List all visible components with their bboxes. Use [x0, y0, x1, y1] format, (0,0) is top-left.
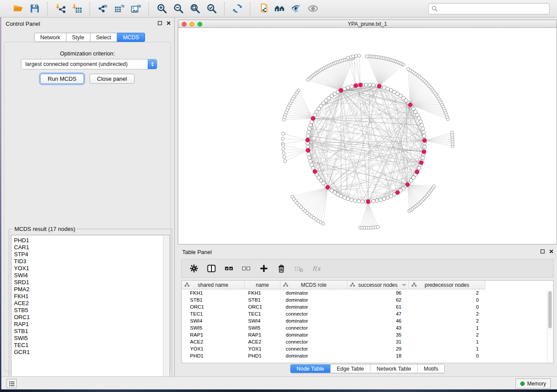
table-cell: 0	[409, 304, 485, 309]
show-all-button[interactable]	[306, 2, 319, 15]
result-node[interactable]: TID3	[14, 258, 161, 265]
tab-style[interactable]: Style	[66, 33, 90, 42]
add-column-button[interactable]	[259, 264, 268, 273]
select-all-button[interactable]	[225, 264, 233, 273]
zoom-out-icon	[173, 3, 184, 14]
tab-mcds[interactable]: MCDS	[117, 33, 145, 42]
import-network-icon	[55, 3, 66, 14]
table-row[interactable]: RAP1RAP1dominator352	[182, 331, 547, 338]
float-panel-icon[interactable]	[158, 21, 162, 25]
table-cell: SWI5	[182, 325, 245, 330]
import-table-button[interactable]	[70, 2, 83, 15]
table-row[interactable]: SWI4SWI4dominator462	[182, 317, 547, 324]
zoom-fit-button[interactable]	[188, 2, 201, 15]
hide-selected-button[interactable]	[290, 2, 303, 15]
clone-network-button[interactable]	[256, 2, 270, 15]
mcds-result-list[interactable]: PHD1CAR1STP4TID3YOX1SWI4SRD1PMA2FKH1ACE2…	[11, 235, 170, 389]
column-header-name[interactable]: name	[245, 281, 280, 289]
table-row[interactable]: ACE2ACE2connector311	[182, 338, 547, 345]
result-node[interactable]: RAP1	[14, 321, 161, 328]
result-node[interactable]: PMA2	[14, 286, 161, 293]
task-history-button[interactable]	[7, 379, 17, 388]
import-network-button[interactable]	[54, 2, 67, 15]
delete-table-button[interactable]	[294, 264, 303, 273]
result-node[interactable]: GCR1	[14, 349, 161, 356]
result-node[interactable]: STP4	[14, 251, 161, 258]
result-node[interactable]: FKH1	[14, 293, 161, 300]
zoom-selected-button[interactable]	[205, 2, 218, 15]
table-cell: dominator	[280, 290, 347, 296]
tab-select[interactable]: Select	[90, 33, 118, 42]
table-row[interactable]: FKH1FKH1dominator962	[182, 289, 547, 296]
deselect-all-button[interactable]	[242, 264, 251, 273]
column-header-shared-name[interactable]: shared name	[182, 281, 245, 289]
zoom-out-button[interactable]	[172, 2, 185, 15]
apply-layout-icon	[232, 3, 243, 14]
open-file-button[interactable]	[11, 2, 24, 15]
optimization-criterion-dropdown[interactable]: largest connected component (undirected)	[21, 59, 157, 69]
search-box[interactable]	[428, 3, 550, 14]
column-visibility-button[interactable]	[207, 264, 216, 273]
table-cell: connector	[280, 311, 347, 316]
column-header-predecessor-nodes[interactable]: predecessor nodes	[409, 281, 485, 289]
table-cell: ACE2	[245, 339, 280, 344]
tab-node-table[interactable]: Node Table	[291, 364, 330, 373]
table-scrollbar-thumb[interactable]	[548, 291, 552, 328]
table-row[interactable]: TEC1TEC1connector472	[182, 310, 547, 317]
table-cell: ORC1	[245, 304, 280, 309]
export-table-button[interactable]	[113, 2, 126, 15]
sort-descending-icon	[402, 284, 406, 286]
table-cell: STB1	[245, 297, 280, 303]
function-builder-button[interactable]: f(x)	[312, 264, 321, 273]
table-scrollbar[interactable]	[547, 290, 553, 362]
tab-network-table[interactable]: Network Table	[370, 364, 417, 373]
result-list-scrollbar[interactable]	[163, 236, 169, 388]
result-node[interactable]: SWI5	[14, 335, 161, 342]
network-canvas[interactable]	[178, 28, 557, 244]
result-node[interactable]: TEC1	[14, 342, 161, 349]
export-image-button[interactable]	[129, 2, 142, 15]
table-row[interactable]: STB1STB1dominator620	[182, 296, 547, 303]
close-panel-button[interactable]: Close panel	[90, 74, 135, 84]
result-node[interactable]: CAR1	[14, 244, 161, 251]
table-row[interactable]: PHD1PHD1dominator180	[182, 352, 547, 359]
network-window-title: YPA_prune.txt_1	[178, 21, 557, 27]
first-neighbors-button[interactable]	[273, 2, 286, 15]
result-node[interactable]: PHD1	[14, 237, 161, 244]
table-cell: 2	[409, 332, 485, 337]
network-window-titlebar[interactable]: YPA_prune.txt_1	[178, 20, 557, 28]
memory-button[interactable]: Memory	[515, 378, 551, 389]
tab-motifs[interactable]: Motifs	[417, 364, 444, 373]
result-node[interactable]: SWI4	[14, 272, 161, 279]
table-cell: dominator	[280, 297, 347, 303]
result-node[interactable]: ORC1	[14, 314, 161, 321]
zoom-fit-icon	[190, 3, 201, 14]
export-network-button[interactable]	[96, 2, 109, 15]
save-session-button[interactable]	[28, 2, 41, 15]
zoom-in-button[interactable]	[155, 2, 168, 15]
status-bar: Memory	[0, 376, 557, 389]
table-row[interactable]: ORC1ORC1dominator610	[182, 303, 547, 310]
node-table[interactable]: shared namenameMCDS rolesuccessor nodesp…	[181, 280, 554, 363]
column-header-successor-nodes[interactable]: successor nodes	[347, 281, 409, 289]
delete-button[interactable]	[277, 264, 286, 273]
result-node[interactable]: STB1	[14, 328, 161, 335]
run-mcds-button[interactable]: Run MCDS	[40, 74, 84, 84]
table-row[interactable]: YOX1YOX1connector291	[182, 345, 547, 352]
search-input[interactable]	[440, 5, 546, 12]
column-label: shared name	[197, 282, 228, 288]
apply-layout-button[interactable]	[231, 2, 244, 15]
settings-gear-button[interactable]	[190, 264, 198, 273]
table-row[interactable]: SWI5SWI5connector431	[182, 324, 547, 331]
close-panel-icon[interactable]	[166, 21, 171, 25]
column-header-MCDS-role[interactable]: MCDS role	[280, 281, 347, 289]
result-node[interactable]: ACE2	[14, 300, 161, 307]
close-table-panel-icon[interactable]	[549, 249, 554, 254]
result-node[interactable]: YOX1	[14, 265, 161, 272]
table-cell: dominator	[280, 318, 347, 323]
result-node[interactable]: SRD1	[14, 279, 161, 286]
result-node[interactable]: STB5	[14, 307, 161, 314]
tab-edge-table[interactable]: Edge Table	[330, 364, 370, 373]
float-table-panel-icon[interactable]	[540, 249, 545, 254]
tab-network[interactable]: Network	[34, 33, 66, 42]
